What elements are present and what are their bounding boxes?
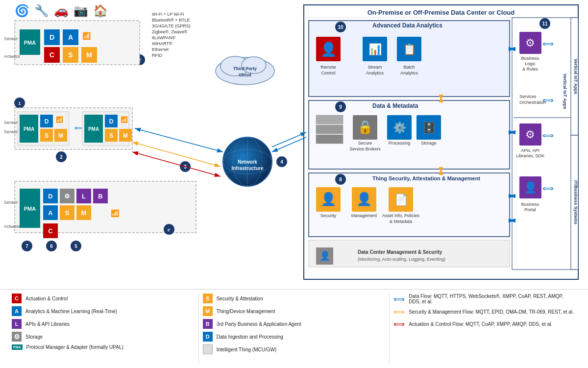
svg-text:C: C [49,51,54,59]
legend-gray-box [203,344,213,354]
svg-text:9: 9 [339,104,342,110]
svg-text:PMA: PMA [88,126,99,132]
svg-text:→: → [10,36,14,41]
svg-text:& Rules: & Rules [522,67,538,72]
svg-text:Security: Security [320,213,337,218]
svg-text:📄: 📄 [394,193,408,206]
svg-text:🔧: 🔧 [34,3,49,18]
svg-text:10: 10 [338,25,343,30]
legend-col2: S Security & Attestation M Thing/Device … [199,294,390,364]
svg-text:👤: 👤 [524,181,538,194]
svg-rect-129 [309,100,510,169]
svg-text:Analytics: Analytics [366,71,384,75]
svg-text:Asset Info, Policies: Asset Info, Policies [382,213,420,218]
svg-text:⟺: ⟺ [74,124,84,132]
svg-text:Control: Control [321,71,335,75]
svg-text:⚙: ⚙ [525,128,535,141]
svg-rect-160 [309,240,510,267]
svg-text:Libraries, SDK: Libraries, SDK [516,153,544,158]
legend-control-flow-text: Actuation & Control Flow: MQTT, CoAP, XM… [409,321,552,327]
legend-a-text: Analytics & Machine Learning (Real-Time) [25,309,117,314]
svg-text:2: 2 [60,154,63,160]
svg-text:Infrastructure: Infrastructure [231,166,263,171]
svg-rect-76 [43,205,58,220]
svg-text:⟺: ⟺ [542,131,554,140]
legend-col1: C Actuation & Control A Analytics & Mach… [8,294,199,364]
svg-text:M: M [58,132,63,139]
svg-text:S: S [68,51,73,59]
svg-rect-20 [63,29,78,45]
svg-text:📋: 📋 [403,43,416,56]
svg-rect-113 [309,21,510,97]
svg-point-63 [180,161,191,172]
svg-text:6LoWPAN®: 6LoWPAN® [152,35,175,40]
svg-text:Actuator: Actuator [4,54,21,59]
legend-flow-control: ⟺ Actuation & Control Flow: MQTT, CoAP, … [393,319,576,329]
svg-point-147 [335,174,346,185]
svg-text:🌀: 🌀 [15,3,29,18]
svg-text:Processing: Processing [389,141,411,146]
svg-text:⟺: ⟺ [542,96,554,104]
svg-line-199 [135,128,223,152]
svg-rect-168 [519,32,541,54]
legend-c-box: C [12,294,22,303]
svg-rect-121 [363,37,387,61]
svg-text:6: 6 [50,244,53,249]
svg-text:Business: Business [521,202,539,207]
legend-item-d: D Data Ingestion and Processing [203,332,386,342]
svg-text:👤: 👤 [356,191,372,207]
svg-text:Zigbee®, Zwave®: Zigbee®, Zwave® [152,29,188,34]
svg-point-97 [216,57,274,85]
svg-text:Business: Business [521,56,539,61]
legend-flow-security: ⟺ Security & Management Flow: MQTT, EPID… [393,307,576,317]
svg-text:A: A [68,33,73,41]
svg-text:1: 1 [18,101,21,106]
svg-text:M: M [86,51,92,59]
svg-text:M: M [81,209,87,217]
svg-text:📷: 📷 [74,3,88,18]
svg-rect-15 [15,21,140,65]
svg-rect-54 [119,129,132,142]
svg-rect-36 [18,112,69,146]
svg-rect-78 [60,205,74,220]
svg-rect-133 [316,115,343,124]
svg-text:📶: 📶 [121,116,128,123]
legend-b-box: B [203,319,213,329]
svg-rect-23 [44,47,60,63]
svg-text:Actuator: Actuator [4,224,21,229]
svg-text:⚙: ⚙ [64,193,70,200]
main-container: 🌀 🔧 🚗 📷 🏠 Wi-Fi + LP Wi-Fi Bluetooth® + … [0,0,588,368]
svg-rect-140 [387,115,412,140]
svg-text:7: 7 [25,244,28,249]
svg-text:🏠: 🏠 [93,3,108,18]
legend-item-intelligent: Intelligent Thing (MCU/GW) [203,344,386,354]
legend-pma-box: PMA [12,344,23,350]
svg-rect-52 [105,129,118,142]
legend-item-m: M Thing/Device Management [203,306,386,316]
svg-text:PMA: PMA [24,206,36,212]
svg-text:Secure: Secure [358,141,372,146]
legend-item-b: B 3rd Party Business & Application Agent [203,319,386,329]
svg-point-103 [223,149,272,174]
svg-point-102 [223,137,272,186]
svg-text:4': 4' [138,58,141,63]
svg-text:S: S [109,132,113,139]
svg-rect-37 [20,115,38,143]
svg-text:Bluetooth® + BTLE: Bluetooth® + BTLE [152,18,190,23]
svg-text:Third-Party: Third-Party [233,66,257,71]
svg-point-108 [276,156,287,167]
svg-rect-83 [43,223,58,238]
svg-rect-47 [82,112,129,146]
diagram-area: 🌀 🔧 🚗 📷 🏠 Wi-Fi + LP Wi-Fi Bluetooth® + … [0,0,588,289]
svg-rect-117 [316,37,341,61]
svg-text:C: C [48,227,53,235]
svg-rect-146 [309,173,510,237]
svg-rect-156 [389,187,413,212]
diagram-svg: 🌀 🔧 🚗 📷 🏠 Wi-Fi + LP Wi-Fi Bluetooth® + … [0,0,588,289]
svg-rect-153 [352,187,376,212]
legend-security-flow-text: Security & Management Flow: MQTT, EPID, … [409,309,574,315]
svg-point-95 [71,241,81,251]
legend-item-c: C Actuation & Control [12,294,195,303]
svg-text:A: A [48,209,53,217]
svg-rect-25 [63,47,78,63]
